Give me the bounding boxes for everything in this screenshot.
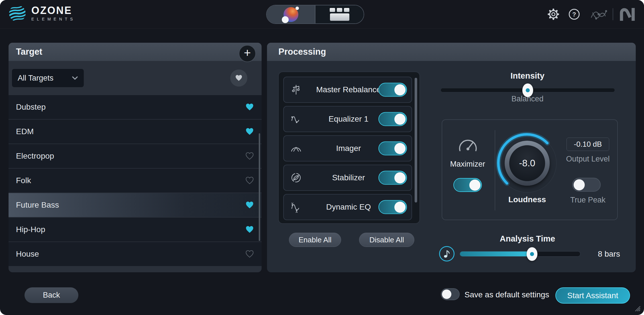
save-default-toggle[interactable] <box>441 288 460 300</box>
ozone-logo: OZONE ELEMENTS <box>8 4 76 23</box>
intensity-label: Intensity <box>442 71 613 81</box>
module-toggle[interactable] <box>378 200 407 214</box>
native-instruments-logo[interactable] <box>618 8 637 21</box>
loudness-value: -8.0 <box>509 145 545 181</box>
dynamic-eq-icon <box>290 201 303 214</box>
resize-grip[interactable] <box>633 304 641 313</box>
target-label: Electropop <box>16 152 54 161</box>
module-list: Master RebalanceEqualizer 1ImagerStabili… <box>278 71 420 224</box>
save-default-label: Save as default settings <box>464 290 549 299</box>
analysis-time-label: Analysis Time <box>442 234 613 244</box>
module-row: Imager <box>283 135 412 161</box>
target-label: EDM <box>16 127 34 136</box>
module-toggle[interactable] <box>378 171 407 185</box>
maximizer-divider <box>495 130 495 210</box>
loudness-label: Loudness <box>499 195 556 204</box>
maximizer-section: Maximizer -8.0 Loudness -0.10 dB Output … <box>442 119 618 220</box>
target-label: Future Bass <box>16 201 59 210</box>
back-button[interactable]: Back <box>25 287 78 303</box>
imager-icon <box>290 142 303 155</box>
module-label: Equalizer 1 <box>329 114 368 124</box>
module-toggle[interactable] <box>378 112 407 126</box>
module-label: Dynamic EQ <box>326 202 371 212</box>
heart-icon <box>235 74 243 82</box>
target-row[interactable]: Electropop <box>9 144 262 168</box>
rebalance-icon <box>290 83 303 96</box>
output-level-value[interactable]: -0.10 dB <box>566 138 609 151</box>
module-row: Dynamic EQ <box>283 194 412 220</box>
modules-grid-icon <box>330 8 349 21</box>
target-row[interactable]: Future Bass <box>9 193 262 217</box>
target-row[interactable]: EDM <box>9 120 262 144</box>
ozone-elements-window: OZONE ELEMENTS <box>0 0 644 315</box>
module-toggle[interactable] <box>378 83 407 97</box>
favorite-heart-icon[interactable] <box>245 176 254 185</box>
target-row[interactable]: Dubstep <box>9 95 262 119</box>
target-filter-value: All Targets <box>18 74 72 83</box>
favorite-heart-icon[interactable] <box>245 152 254 161</box>
favorite-heart-icon[interactable] <box>245 225 254 234</box>
top-bar: OZONE ELEMENTS <box>0 0 644 29</box>
settings-gear-icon[interactable] <box>547 7 560 21</box>
analysis-time-value: 8 bars <box>586 249 632 259</box>
module-label: Stabilizer <box>332 173 365 182</box>
processing-panel-title: Processing <box>278 47 326 57</box>
enable-all-button[interactable]: Enable All <box>289 233 341 247</box>
target-row[interactable]: House <box>9 242 262 266</box>
module-row: Stabilizer <box>283 165 412 191</box>
disable-all-button[interactable]: Disable All <box>359 233 414 247</box>
target-row[interactable]: Hip-Hop <box>9 218 262 242</box>
logo-title: OZONE <box>31 5 76 16</box>
target-panel: Target + All Targets DubstepEDMElectropo… <box>9 43 262 272</box>
module-row: Equalizer 1 <box>283 106 412 132</box>
target-label: Hip-Hop <box>16 225 45 234</box>
module-label: Master Rebalance <box>316 85 381 94</box>
start-assistant-button[interactable]: Start Assistant <box>555 287 630 304</box>
target-label: House <box>16 249 39 259</box>
module-toggle[interactable] <box>378 142 407 156</box>
processing-panel: Processing Master RebalanceEqualizer 1Im… <box>267 43 636 272</box>
target-list-scrollbar[interactable] <box>259 133 260 241</box>
favorite-heart-icon[interactable] <box>245 127 254 136</box>
target-panel-header: Target <box>9 43 262 61</box>
favorite-heart-icon[interactable] <box>245 201 254 210</box>
maximizer-label: Maximizer <box>446 160 489 169</box>
favorite-heart-icon[interactable] <box>245 103 254 112</box>
ozone-sphere-icon <box>8 4 27 23</box>
gauge-icon <box>457 136 479 155</box>
view-toggle <box>266 5 364 24</box>
maximizer-toggle[interactable] <box>453 178 482 192</box>
analysis-time-slider[interactable] <box>460 251 580 257</box>
target-row[interactable]: Folk <box>9 169 262 193</box>
target-filter-bar: All Targets <box>9 61 262 95</box>
music-note-icon <box>439 246 455 261</box>
assistant-view-tab[interactable] <box>267 5 315 23</box>
assistant-orb-icon <box>284 7 298 22</box>
equalizer-icon <box>290 113 303 126</box>
target-label: Folk <box>16 176 31 185</box>
favorites-filter-button[interactable] <box>230 69 247 87</box>
processing-panel-header: Processing <box>267 43 636 61</box>
true-peak-label: True Peak <box>558 196 618 204</box>
analysis-time-slider-knob[interactable] <box>527 247 537 261</box>
add-target-button[interactable]: + <box>239 45 256 62</box>
target-panel-title: Target <box>16 47 42 57</box>
favorite-heart-icon[interactable] <box>245 249 254 259</box>
stabilizer-icon <box>290 171 303 184</box>
module-label: Imager <box>336 144 361 153</box>
detailed-view-tab[interactable] <box>315 5 364 23</box>
intensity-slider[interactable] <box>441 88 615 92</box>
module-row: Master Rebalance <box>283 77 412 103</box>
target-filter-dropdown[interactable]: All Targets <box>12 69 84 87</box>
chevron-down-icon <box>72 76 78 80</box>
topbar-divider <box>613 8 613 20</box>
help-icon[interactable]: ? <box>568 8 580 20</box>
module-list-scrollbar[interactable] <box>415 78 417 202</box>
loudness-knob[interactable]: -8.0 <box>496 132 559 195</box>
true-peak-toggle[interactable] <box>572 178 601 192</box>
logo-subtitle: ELEMENTS <box>31 17 76 21</box>
target-label: Dubstep <box>16 103 46 112</box>
target-list: DubstepEDMElectropopFolkFuture BassHip-H… <box>9 95 262 272</box>
output-level-label: Output Level <box>558 155 618 163</box>
izotope-logo-icon[interactable] <box>590 7 608 21</box>
